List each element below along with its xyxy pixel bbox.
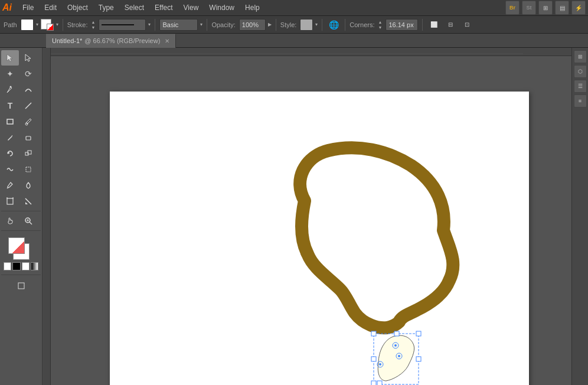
divider-4 <box>276 19 276 31</box>
menu-type[interactable]: Type <box>94 2 119 13</box>
svg-rect-13 <box>7 198 13 204</box>
panel-btn-1[interactable]: ⊞ <box>574 50 587 63</box>
rectangle-tool[interactable] <box>1 114 19 129</box>
black-swatch[interactable] <box>12 262 20 270</box>
tool-row-5 <box>1 114 41 129</box>
style-label: Style: <box>280 21 297 28</box>
tool-row-11 <box>1 213 41 229</box>
white-swatch[interactable] <box>22 262 30 270</box>
opacity-label: Opacity: <box>211 21 235 28</box>
menu-edit[interactable]: Edit <box>40 2 61 13</box>
handle-tr <box>416 331 421 336</box>
live-paint-tool[interactable] <box>19 178 37 193</box>
paintbrush-tool[interactable] <box>19 114 37 129</box>
opacity-value[interactable]: 100% <box>239 19 266 31</box>
menu-select[interactable]: Select <box>120 2 149 13</box>
globe-icon[interactable]: 🌐 <box>326 18 341 32</box>
brown-blob-path <box>300 148 453 328</box>
main-area: ✦ ⟳ T <box>0 48 588 385</box>
panel-btn-3[interactable]: ☰ <box>574 80 587 93</box>
divider-1 <box>63 19 63 31</box>
stroke-weight-stepper[interactable]: ▲ ▼ <box>92 19 96 30</box>
menu-view[interactable]: View <box>179 2 204 13</box>
handle-bl <box>371 381 376 385</box>
bridge-icon[interactable]: Br <box>505 1 520 15</box>
tool-row-3 <box>1 82 41 97</box>
warp-tool[interactable] <box>1 162 19 177</box>
artboard-tool[interactable] <box>1 194 19 209</box>
color-area <box>1 235 41 273</box>
panel-btn-2[interactable]: ⬡ <box>574 65 587 78</box>
hand-tool[interactable] <box>1 213 19 229</box>
app-logo: Ai <box>2 2 12 13</box>
anchor-3-center <box>379 363 381 366</box>
variable-width-arrow[interactable]: ▾ <box>200 22 202 27</box>
zoom-tool[interactable] <box>19 213 37 229</box>
svg-rect-11 <box>26 167 31 172</box>
pen-tool[interactable] <box>1 82 19 97</box>
divider-2 <box>155 19 155 31</box>
tab-title: Untitled-1* <box>52 37 82 44</box>
tool-row-2: ✦ ⟳ <box>1 66 41 81</box>
divider-7 <box>422 19 423 31</box>
gradient-swatch[interactable] <box>31 262 38 270</box>
style-swatch[interactable] <box>300 19 313 31</box>
align-icon[interactable]: ⊟ <box>443 18 458 32</box>
magic-wand-tool[interactable]: ✦ <box>1 66 19 81</box>
line-tool[interactable] <box>19 98 37 113</box>
fill-arrow[interactable]: ▾ <box>36 22 38 27</box>
svg-point-2 <box>10 86 12 88</box>
free-transform-tool[interactable] <box>19 162 37 177</box>
tab-close-button[interactable]: ✕ <box>165 38 169 44</box>
selection-tool[interactable] <box>1 50 19 66</box>
eraser-tool[interactable] <box>19 130 37 145</box>
variable-width-select[interactable]: Basic <box>159 19 198 31</box>
lasso-tool[interactable]: ⟳ <box>19 66 37 81</box>
curvature-tool[interactable] <box>19 82 37 97</box>
corners-stepper[interactable]: ▲ ▼ <box>378 19 383 30</box>
scale-tool[interactable] <box>19 146 37 161</box>
fill-color-box[interactable] <box>8 237 25 254</box>
menu-file[interactable]: File <box>18 2 38 13</box>
slice-tool[interactable] <box>19 194 37 209</box>
panel-btn-4[interactable]: ≡ <box>574 94 587 107</box>
rotate-tool[interactable] <box>1 146 19 161</box>
pencil-tool[interactable] <box>1 130 19 145</box>
arrange-icon[interactable]: ▤ <box>555 1 569 15</box>
vertical-ruler <box>43 48 51 385</box>
horizontal-ruler <box>43 48 571 56</box>
arrange-bottom-icon[interactable] <box>12 278 30 293</box>
handle-tl <box>371 331 376 336</box>
svg-marker-17 <box>25 202 28 204</box>
eyedropper-tool[interactable] <box>1 178 19 193</box>
style-arrow[interactable]: ▾ <box>315 22 318 27</box>
menu-effect[interactable]: Effect <box>150 2 177 13</box>
menu-object[interactable]: Object <box>63 2 93 13</box>
document-tab[interactable]: Untitled-1* @ 66.67% (RGB/Preview) ✕ <box>46 34 176 48</box>
corners-label: Corners: <box>349 21 374 28</box>
none-swatch[interactable] <box>4 262 11 270</box>
menu-help[interactable]: Help <box>240 2 264 13</box>
stroke-swatch[interactable] <box>41 19 54 31</box>
stroke-arrow[interactable]: ▾ <box>56 22 58 27</box>
anchor-2-center <box>398 355 400 357</box>
canvas-area[interactable] <box>43 48 571 385</box>
extension-icon[interactable]: ⚡ <box>571 1 586 15</box>
arrange-order-icon[interactable]: ⬜ <box>427 18 441 32</box>
corners-value[interactable]: 16.14 px <box>386 19 418 31</box>
transform-icon[interactable]: ⊡ <box>460 18 474 32</box>
tool-row-6 <box>1 130 41 145</box>
menu-window[interactable]: Window <box>204 2 239 13</box>
stroke-weight-arrow[interactable]: ▾ <box>148 22 151 27</box>
tool-row-4: T <box>1 98 41 113</box>
tool-row-1 <box>1 50 41 66</box>
type-tool[interactable]: T <box>1 98 19 113</box>
stock-icon[interactable]: St <box>522 1 536 15</box>
handle-tm <box>394 331 399 336</box>
workspace-icon[interactable]: ⊞ <box>538 1 553 15</box>
svg-marker-0 <box>7 54 12 61</box>
fill-swatch[interactable] <box>21 19 34 31</box>
direct-select-tool[interactable] <box>19 50 37 66</box>
opacity-arrow[interactable]: ▶ <box>268 22 272 27</box>
stroke-weight-select[interactable] <box>99 19 146 31</box>
